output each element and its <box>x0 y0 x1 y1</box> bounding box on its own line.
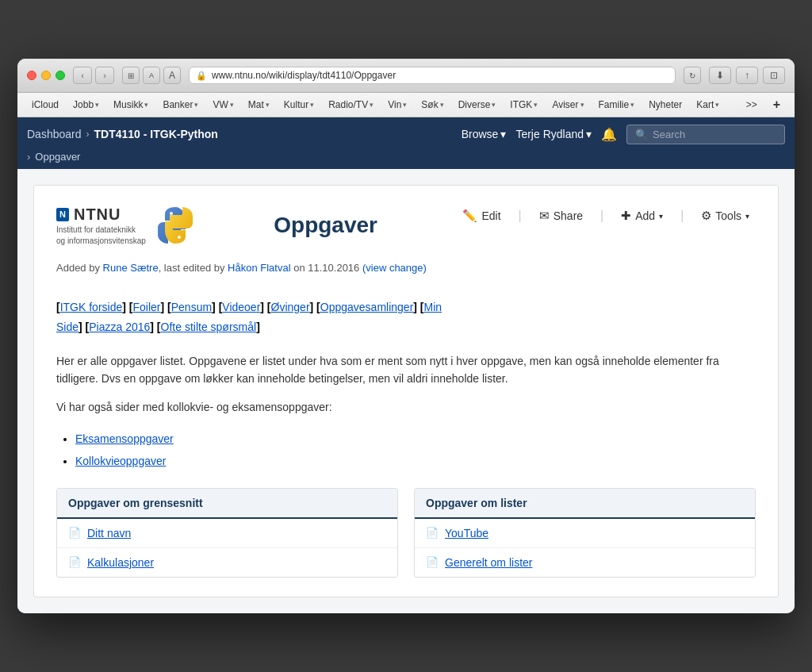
close-button[interactable] <box>27 71 36 80</box>
page-header-left: N NTNU Institutt for datateknikk og info… <box>56 205 195 246</box>
page-header: N NTNU Institutt for datateknikk og info… <box>56 205 756 246</box>
link-generelt-lister[interactable]: Generelt om lister <box>445 556 532 569</box>
user-menu-button[interactable]: Terje Rydland ▾ <box>515 128 592 140</box>
user-chevron-icon: ▾ <box>586 128 592 140</box>
url-text: www.ntnu.no/wiki/display/tdt4110/Oppgave… <box>212 70 396 81</box>
ntnu-logo-top: N NTNU <box>56 205 146 224</box>
maximize-button[interactable] <box>56 71 65 80</box>
nav-link-ofte-stilte[interactable]: Ofte stilte spørsmål <box>161 321 257 333</box>
nav-link-oppgavesamlinger[interactable]: Oppgavesamlinger <box>320 301 414 313</box>
ntnu-subtitle-line1: Institutt for datateknikk <box>56 225 146 235</box>
refresh-button[interactable]: ↻ <box>684 67 701 84</box>
bookmark-vin[interactable]: Vin ▾ <box>381 98 413 112</box>
bookmark-aviser[interactable]: Aviser ▾ <box>546 98 590 112</box>
bookmark-kart[interactable]: Kart ▾ <box>690 98 726 112</box>
search-bar[interactable]: 🔍 Search <box>626 125 785 144</box>
link-ditt-navn[interactable]: Ditt navn <box>87 527 131 540</box>
bookmark-mat[interactable]: Mat ▾ <box>242 98 276 112</box>
bookmark-familie[interactable]: Familie ▾ <box>592 98 642 112</box>
exams-link[interactable]: Eksamensoppgaver <box>75 432 174 445</box>
forward-button[interactable]: › <box>95 67 114 84</box>
tools-chevron-icon: ▾ <box>745 212 749 221</box>
nav-link-foiler[interactable]: Foiler <box>132 301 160 313</box>
notifications-bell-icon[interactable]: 🔔 <box>601 127 617 142</box>
doc-icon-youtube: 📄 <box>426 527 439 539</box>
bookmark-sok[interactable]: Søk ▾ <box>415 98 450 112</box>
title-bar: ‹ › ⊞ A A 🔒 www.ntnu.no/wiki/display/tdt… <box>17 59 795 93</box>
add-button[interactable]: ✚ Add ▾ <box>615 205 669 227</box>
ntnu-name: NTNU <box>74 205 121 224</box>
action-divider-1: | <box>519 209 522 223</box>
view-change-link[interactable]: (view change) <box>362 262 427 274</box>
lock-icon: 🔒 <box>196 71 207 81</box>
nav-link-itgk-forside[interactable]: ITGK forside <box>60 301 123 313</box>
nav-link-videoer[interactable]: Videoer <box>222 301 260 313</box>
tab-bar: ⊞ A A <box>122 67 181 84</box>
edit-button[interactable]: ✏️ Edit <box>456 205 507 227</box>
edited-by-link[interactable]: Håkon Flatval <box>228 262 290 274</box>
link-youtube[interactable]: YouTube <box>445 527 488 540</box>
conf-nav-left: Dashboard › TDT4110 - ITGK-Python <box>27 128 462 140</box>
table-row-generelt-lister: 📄 Generelt om lister <box>415 548 755 577</box>
browser-window: ‹ › ⊞ A A 🔒 www.ntnu.no/wiki/display/tdt… <box>17 59 795 613</box>
edit-icon: ✏️ <box>462 209 477 223</box>
table-header-lister: Oppgaver om lister <box>415 489 755 519</box>
nav-link-pensum[interactable]: Pensum <box>171 301 212 313</box>
breadcrumb-separator: › <box>86 129 90 140</box>
bookmarks-add-button[interactable]: + <box>767 96 787 113</box>
browse-button[interactable]: Browse ▾ <box>462 128 507 140</box>
share-icon: ✉ <box>539 209 550 223</box>
bookmark-radiotv[interactable]: Radio/TV ▾ <box>322 98 380 112</box>
body-paragraph-2: Vi har også sider med kollokvie- og eksa… <box>56 398 756 416</box>
ntnu-subtitle-line2: og informasjonsvitenskap <box>56 236 146 246</box>
page-inner: N NTNU Institutt for datateknikk og info… <box>33 185 779 597</box>
font-large-button[interactable]: A <box>163 67 181 84</box>
added-by-prefix: Added by <box>56 262 103 274</box>
bookmark-diverse[interactable]: Diverse ▾ <box>452 98 503 112</box>
bookmarks-more-button[interactable]: >> <box>740 96 764 113</box>
minimize-button[interactable] <box>41 71 51 80</box>
share-browser-button[interactable]: ↑ <box>736 67 758 84</box>
bookmark-vw[interactable]: VW ▾ <box>206 98 239 112</box>
conf-breadcrumb: Dashboard › TDT4110 - ITGK-Python <box>27 128 218 140</box>
dashboard-link[interactable]: Dashboard <box>27 128 82 140</box>
bookmark-itgk[interactable]: ITGK ▾ <box>504 98 544 112</box>
conf-subbar: › Oppgaver <box>17 151 795 169</box>
back-button[interactable]: ‹ <box>73 67 92 84</box>
list-item-kollokvie: Kollokvieoppgaver <box>75 450 756 472</box>
bookmark-nyheter[interactable]: Nyheter <box>642 98 688 112</box>
subbar-page-link[interactable]: Oppgaver <box>35 151 80 163</box>
tools-button[interactable]: ⚙ Tools ▾ <box>695 205 756 227</box>
table-row-kalkulasjoner: 📄 Kalkulasjoner <box>57 548 397 577</box>
bookmark-banker[interactable]: Banker ▾ <box>156 98 205 112</box>
font-small-button[interactable]: A <box>143 67 160 84</box>
table-header-grensesnitt: Oppgaver om grensesnitt <box>57 489 397 519</box>
table-card-grensesnitt: Oppgaver om grensesnitt 📄 Ditt navn 📄 Ka… <box>56 488 398 578</box>
link-kalkulasjoner[interactable]: Kalkulasjoner <box>87 556 154 569</box>
bookmark-jobb[interactable]: Jobb ▾ <box>67 98 105 112</box>
nav-link-piazza[interactable]: Piazza 2016 <box>89 321 150 333</box>
table-card-lister: Oppgaver om lister 📄 YouTube 📄 Generelt … <box>414 488 756 578</box>
traffic-lights <box>27 71 65 80</box>
edit-date: on 11.10.2016 <box>291 262 362 274</box>
bookmark-musikk[interactable]: Musikk ▾ <box>107 98 155 112</box>
doc-icon-kalkulasjoner: 📄 <box>68 556 81 568</box>
share-button[interactable]: ✉ Share <box>533 205 589 227</box>
tables-section: Oppgaver om grensesnitt 📄 Ditt navn 📄 Ka… <box>56 488 756 578</box>
nav-link-min-side-2[interactable]: Side <box>56 321 79 333</box>
tab-view-button[interactable]: ⊞ <box>122 67 140 84</box>
bookmark-kultur[interactable]: Kultur ▾ <box>278 98 320 112</box>
nav-link-min-side[interactable]: Min <box>424 301 442 313</box>
page-title: Oppgaver <box>195 213 457 238</box>
kollokvie-link[interactable]: Kollokvieoppgaver <box>75 455 166 467</box>
ntnu-box-icon: N <box>56 208 69 221</box>
url-bar[interactable]: 🔒 www.ntnu.no/wiki/display/tdt4110/Oppga… <box>189 67 676 84</box>
ntnu-logo: N NTNU Institutt for datateknikk og info… <box>56 205 146 246</box>
added-by-link[interactable]: Rune Sætre <box>103 262 159 274</box>
new-tab-button[interactable]: ⊡ <box>763 67 785 84</box>
download-button[interactable]: ⬇ <box>709 67 731 84</box>
bookmark-icloud[interactable]: iCloud <box>25 98 65 112</box>
edited-prefix: , last edited by <box>159 262 228 274</box>
nav-link-ovinger[interactable]: Øvinger <box>271 301 310 313</box>
add-icon: ✚ <box>621 209 631 223</box>
